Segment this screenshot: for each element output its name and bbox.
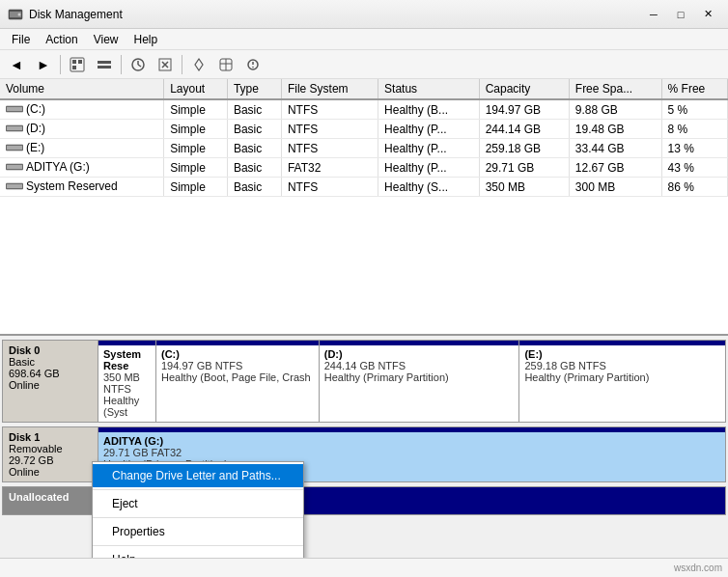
partition-sr-size: 350 MB NTFS [103, 371, 151, 395]
cell-fs: NTFS [281, 99, 378, 120]
title-bar-left: Disk Management [8, 7, 123, 22]
window-controls: ─ □ ✕ [641, 5, 720, 24]
table-row[interactable]: (E:) Simple Basic NTFS Healthy (P... 259… [0, 139, 728, 158]
disk-row-0: Disk 0 Basic 698.64 GB Online System Res… [2, 340, 726, 423]
cell-percent: 43 % [661, 158, 727, 178]
cell-type: Basic [227, 139, 281, 158]
partition-d-size: 244.14 GB NTFS [324, 360, 515, 371]
partition-c[interactable]: (C:) 194.97 GB NTFS Healthy (Boot, Page … [156, 341, 320, 422]
toolbar-btn-5[interactable] [186, 53, 211, 76]
cell-volume: (E:) [0, 139, 164, 158]
disk-icon: (D:) [6, 122, 45, 135]
table-row[interactable]: ADITYA (G:) Simple Basic FAT32 Healthy (… [0, 158, 728, 178]
col-capacity[interactable]: Capacity [479, 79, 569, 99]
toolbar-btn-2[interactable] [92, 53, 117, 76]
app-icon [8, 7, 23, 22]
toolbar-sep-1 [60, 55, 61, 74]
cell-percent: 13 % [661, 139, 727, 158]
cell-free: 9.88 GB [569, 99, 661, 120]
status-bar: wsxdn.com [0, 558, 728, 577]
cell-fs: NTFS [281, 120, 378, 139]
svg-rect-8 [98, 66, 111, 69]
window-title: Disk Management [29, 8, 123, 21]
toolbar-btn-3[interactable] [126, 53, 151, 76]
main-content: Volume Layout Type File System Status Ca… [0, 79, 728, 558]
svg-rect-28 [7, 165, 22, 169]
cell-volume: (C:) [0, 99, 164, 120]
partition-e-size: 259.18 GB NTFS [524, 360, 720, 371]
context-menu: Change Drive Letter and Paths... Eject P… [92, 461, 304, 558]
cell-percent: 5 % [661, 99, 727, 120]
disk-view[interactable]: Disk 0 Basic 698.64 GB Online System Res… [0, 336, 728, 558]
col-volume[interactable]: Volume [0, 79, 164, 99]
toolbar: ◄ ► [0, 50, 728, 79]
toolbar-sep-3 [182, 55, 182, 74]
cell-fs: NTFS [281, 178, 378, 197]
cell-volume: System Reserved [0, 178, 164, 197]
partition-system-reserved[interactable]: System Rese 350 MB NTFS Healthy (Syst [98, 341, 156, 422]
menu-file[interactable]: File [4, 31, 38, 48]
svg-rect-24 [7, 126, 22, 130]
cell-status: Healthy (P... [378, 139, 480, 158]
svg-line-11 [138, 65, 141, 67]
partition-e-name: (E:) [524, 348, 720, 360]
context-menu-eject[interactable]: Eject [93, 492, 303, 515]
svg-rect-5 [78, 60, 82, 64]
partition-e[interactable]: (E:) 259.18 GB NTFS Healthy (Primary Par… [519, 341, 725, 422]
context-menu-sep-3 [93, 545, 303, 546]
svg-rect-22 [7, 107, 22, 111]
toolbar-btn-4[interactable] [153, 53, 178, 76]
unallocated-label: Unallocated [2, 486, 98, 515]
cell-type: Basic [227, 99, 281, 120]
table-row[interactable]: System Reserved Simple Basic NTFS Health… [0, 178, 728, 197]
partition-sr-status: Healthy (Syst [103, 395, 151, 418]
menu-bar: File Action View Help [0, 29, 728, 50]
svg-point-2 [18, 13, 21, 15]
cell-type: Basic [227, 178, 281, 197]
partition-d-name: (D:) [324, 348, 515, 360]
cell-layout: Simple [164, 158, 228, 178]
partition-d-status: Healthy (Primary Partition) [324, 371, 515, 383]
table-area[interactable]: Volume Layout Type File System Status Ca… [0, 79, 728, 336]
partition-d[interactable]: (D:) 244.14 GB NTFS Healthy (Primary Par… [320, 341, 520, 422]
menu-help[interactable]: Help [126, 31, 166, 48]
close-button[interactable]: ✕ [695, 5, 720, 24]
cell-capacity: 194.97 GB [479, 99, 569, 120]
svg-rect-6 [72, 66, 76, 69]
table-row[interactable]: (D:) Simple Basic NTFS Healthy (P... 244… [0, 120, 728, 139]
cell-volume: ADITYA (G:) [0, 158, 164, 178]
disk-1-size: 29.72 GB [9, 454, 92, 466]
context-menu-sep-1 [93, 489, 303, 490]
cell-capacity: 29.71 GB [479, 158, 569, 178]
cell-status: Healthy (S... [378, 178, 480, 197]
partition-c-name: (C:) [161, 348, 314, 360]
partition-aditya-name: ADITYA (G:) [103, 435, 720, 447]
maximize-button[interactable]: □ [668, 5, 693, 24]
col-percent[interactable]: % Free [661, 79, 727, 99]
col-status[interactable]: Status [378, 79, 480, 99]
svg-rect-7 [98, 61, 111, 64]
menu-action[interactable]: Action [38, 31, 85, 48]
cell-status: Healthy (B... [378, 99, 480, 120]
col-layout[interactable]: Layout [164, 79, 228, 99]
context-menu-properties[interactable]: Properties [93, 520, 303, 543]
col-fs[interactable]: File System [281, 79, 378, 99]
cell-type: Basic [227, 120, 281, 139]
col-type[interactable]: Type [227, 79, 281, 99]
context-menu-change-drive[interactable]: Change Drive Letter and Paths... [93, 464, 303, 487]
disk-1-type: Removable [9, 443, 92, 454]
partition-c-size: 194.97 GB NTFS [161, 360, 314, 371]
table-row[interactable]: (C:) Simple Basic NTFS Healthy (B... 194… [0, 99, 728, 120]
col-free[interactable]: Free Spa... [569, 79, 661, 99]
context-menu-help[interactable]: Help [93, 548, 303, 558]
toolbar-back[interactable]: ◄ [4, 53, 29, 76]
minimize-button[interactable]: ─ [641, 5, 666, 24]
toolbar-btn-1[interactable] [65, 53, 90, 76]
cell-status: Healthy (P... [378, 158, 480, 178]
menu-view[interactable]: View [86, 31, 126, 48]
toolbar-btn-6[interactable] [213, 53, 238, 76]
disk-0-label: Disk 0 Basic 698.64 GB Online [2, 340, 98, 423]
toolbar-btn-7[interactable] [240, 53, 266, 76]
disk-0-status: Online [9, 379, 92, 391]
toolbar-forward[interactable]: ► [31, 53, 56, 76]
